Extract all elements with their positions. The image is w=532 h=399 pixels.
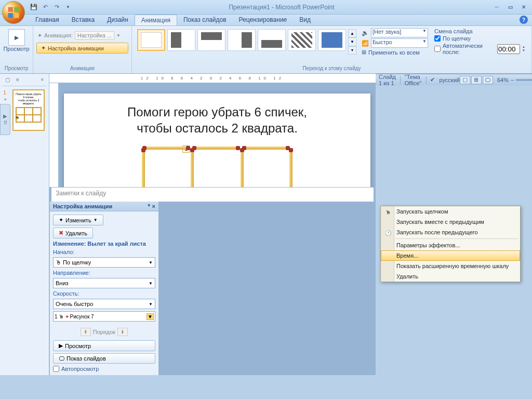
start-combo[interactable]: 🖱 По щелчку▼ <box>53 257 155 268</box>
normal-view-button[interactable]: ▢ <box>460 76 470 84</box>
cm-after-previous[interactable]: 🕐Запускать после предыдущего <box>381 227 520 237</box>
anim-pane-title: Настройка анимации <box>53 203 112 209</box>
gallery-scroll[interactable]: ▲▼▾ <box>348 29 356 55</box>
pane-close-icon[interactable]: × <box>152 203 155 209</box>
animation-label: Анимация: <box>44 32 73 38</box>
svg-rect-2 <box>8 13 13 18</box>
collapsed-pane-rail[interactable]: ▶ ⠿ <box>0 104 10 135</box>
slide-number: 1 <box>3 89 6 96</box>
cm-on-click[interactable]: 🖱Запускать щелчком <box>381 206 520 217</box>
slide[interactable]: Помоги герою убрать 6 спичек, чтобы оста… <box>64 94 370 187</box>
cm-with-previous[interactable]: Запускать вместе с предыдущим <box>381 217 520 227</box>
zoom-value[interactable]: 64% <box>497 77 509 83</box>
change-effect-button[interactable]: ✦Изменить▼ <box>53 215 103 225</box>
direction-label: Направление: <box>53 270 155 276</box>
restore-button[interactable]: ▭ <box>504 3 516 11</box>
pane-slideshow-button[interactable]: 🖵Показ слайдов <box>53 353 155 364</box>
tab-insert[interactable]: Вставка <box>65 15 101 25</box>
slide-canvas[interactable]: Помоги герою убрать 6 спичек, чтобы оста… <box>59 83 376 187</box>
on-click-label: По щелчку <box>443 35 471 42</box>
main-area: ▶ ⠿ ▢ ≡ × 1 ✦ Помоги герою убрать 6 спич… <box>0 74 532 375</box>
effect-name: Рисунок 7 <box>70 314 94 320</box>
tab-design[interactable]: Дизайн <box>101 15 134 25</box>
sorter-view-button[interactable]: ⊞ <box>471 76 482 84</box>
direction-combo[interactable]: Вниз▼ <box>53 278 155 288</box>
cm-timing[interactable]: Время... <box>381 250 520 261</box>
mouse-icon: 🖱 <box>384 208 392 216</box>
reorder-row: ⬆ Порядок ⬇ <box>53 326 155 338</box>
redo-icon[interactable]: ↷ <box>52 3 61 12</box>
thumb-tab-slides[interactable]: ▢ <box>2 76 13 86</box>
change-icon: ✦ <box>59 217 63 223</box>
cm-remove[interactable]: Удалить <box>381 271 520 282</box>
transition-none[interactable] <box>137 29 165 51</box>
sound-combo[interactable]: [Нет звука]▼ <box>371 28 428 37</box>
time-spinner[interactable]: ▲▼ <box>522 45 525 52</box>
delete-icon: ✖ <box>59 230 63 236</box>
cm-effect-options[interactable]: Параметры эффектов... <box>381 240 520 250</box>
change-label: Изменить <box>65 217 91 223</box>
tab-review[interactable]: Рецензирование <box>233 15 294 25</box>
pane-preview-button[interactable]: ▶Просмотр <box>53 340 155 351</box>
apply-all-button[interactable]: ⊞Применить ко всем <box>362 49 428 56</box>
cm-on-click-label: Запускать щелчком <box>396 208 448 215</box>
help-icon[interactable]: ? <box>520 16 528 24</box>
editor: 12 10 8 6 4 2 0 2 4 6 8 10 12 Помоги гер… <box>49 74 376 375</box>
tab-home[interactable]: Главная <box>29 15 65 25</box>
reorder-up-button[interactable]: ⬆ <box>81 328 91 336</box>
window-title: Презентация1 - Microsoft PowerPoint <box>73 4 490 11</box>
transition-item[interactable] <box>197 29 225 51</box>
transition-item[interactable] <box>167 29 195 51</box>
preview-button[interactable]: ▶ Просмотр <box>3 27 30 54</box>
transition-item[interactable] <box>228 29 256 51</box>
delete-effect-button[interactable]: ✖Удалить <box>53 228 93 238</box>
transition-item[interactable] <box>258 29 286 51</box>
cm-show-timeline[interactable]: Показать расширенную временную шкалу <box>381 261 520 271</box>
effect-dropdown-icon[interactable]: ▼ <box>147 313 154 320</box>
auto-time-input[interactable] <box>497 44 520 54</box>
zoom-slider[interactable] <box>516 79 532 81</box>
undo-icon[interactable]: ↶ <box>41 3 50 12</box>
close-button[interactable]: ✕ <box>517 3 530 11</box>
tab-slideshow[interactable]: Показ слайдов <box>177 15 233 25</box>
thumb-tab-outline[interactable]: ≡ <box>13 76 22 86</box>
transition-item[interactable] <box>288 29 316 51</box>
animation-combo[interactable]: Настройка ... <box>75 31 114 39</box>
office-button[interactable] <box>2 1 25 24</box>
horizontal-ruler: 12 10 8 6 4 2 0 2 4 6 8 10 12 <box>49 74 376 83</box>
effect-list-item[interactable]: 1 🖱 ✦ Рисунок 7 ▼ <box>53 311 155 322</box>
star-icon: ✦ <box>41 45 46 51</box>
custom-animation-button[interactable]: ✦ Настройка анимации <box>36 43 128 54</box>
on-click-checkbox[interactable] <box>434 35 441 42</box>
status-lang[interactable]: русский <box>439 77 459 83</box>
status-theme: "Тема Office" <box>405 74 422 86</box>
animation-task-pane: Настройка анимации ▼× ✦Изменить▼ ✖Удалит… <box>49 202 158 375</box>
tab-view[interactable]: Вид <box>293 15 317 25</box>
speed-combo-pane[interactable]: Очень быстро▼ <box>53 299 155 309</box>
thumb-pane-close-icon[interactable]: × <box>37 76 47 86</box>
pane-dropdown-icon[interactable]: ▼ <box>147 203 151 209</box>
combo-dropdown-icon[interactable]: ▼ <box>116 33 121 38</box>
autopreview-checkbox[interactable] <box>53 366 59 372</box>
slideshow-view-button[interactable]: 🖵 <box>483 76 493 84</box>
play-icon: ▶ <box>59 342 63 349</box>
notes-pane[interactable]: Заметки к слайду <box>51 187 374 202</box>
reorder-down-button[interactable]: ⬇ <box>117 328 128 336</box>
zoom-out-button[interactable]: − <box>511 77 514 83</box>
transition-item[interactable] <box>318 29 346 51</box>
slide-thumbnail[interactable]: Помоги герою убрать 6 спичек,чтобы остал… <box>12 89 45 131</box>
speed-combo[interactable]: Быстро▼ <box>371 38 428 48</box>
speed-value: Быстро <box>373 39 392 47</box>
qat-dropdown-icon[interactable]: ▼ <box>63 3 73 12</box>
svg-rect-0 <box>8 7 13 12</box>
auto-after-checkbox[interactable] <box>434 46 441 52</box>
spellcheck-icon[interactable]: ✔ <box>430 76 435 83</box>
group-animation: Анимация <box>36 64 128 72</box>
save-icon[interactable]: 💾 <box>29 3 38 12</box>
transition-gallery[interactable]: ▲▼▾ <box>135 27 358 57</box>
matches-grid[interactable]: 1 <box>142 147 292 187</box>
modification-label: Изменение: Вылет за край листа <box>53 241 155 247</box>
tab-animation[interactable]: Анимация <box>135 15 177 25</box>
minimize-button[interactable]: ─ <box>490 3 503 11</box>
auto-after-label: Автоматически после: <box>443 43 495 55</box>
